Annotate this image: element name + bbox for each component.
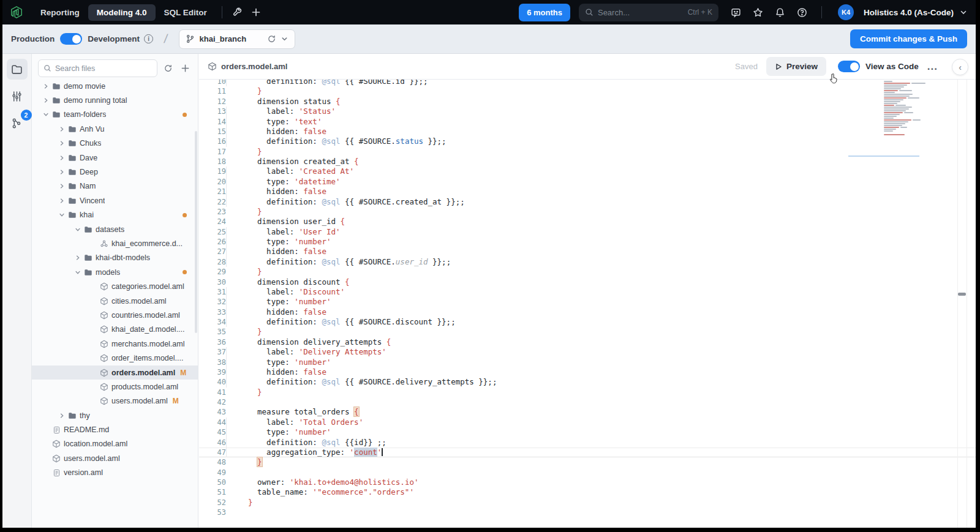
- settings-sliders-button[interactable]: [7, 86, 28, 107]
- tab-sql-editor[interactable]: SQL Editor: [156, 4, 216, 21]
- minimap[interactable]: [884, 81, 937, 137]
- code-line[interactable]: 16 definition: @sql {{ #SOURCE.status }}…: [199, 137, 976, 146]
- chevron-down-icon[interactable]: [74, 269, 82, 275]
- tree-item-order-items-model-[interactable]: order_items.model....: [32, 351, 198, 365]
- code-line[interactable]: 31 label: 'Discount': [199, 287, 976, 297]
- tree-item-chuks[interactable]: Chuks: [32, 137, 198, 151]
- code-line[interactable]: 22 definition: @sql {{ #SOURCE.created_a…: [199, 197, 976, 207]
- tree-scrollbar[interactable]: [195, 131, 197, 333]
- code-line[interactable]: 29 }: [199, 267, 976, 277]
- file-search-input[interactable]: Search files: [38, 59, 157, 77]
- chevron-right-icon[interactable]: [42, 97, 50, 103]
- tools-wrench-icon[interactable]: [228, 3, 247, 21]
- code-line[interactable]: 47 aggregation_type: 'count': [199, 448, 976, 457]
- code-line[interactable]: 40 definition: @sql {{ #SOURCE.delivery_…: [199, 377, 976, 387]
- tree-item-deep[interactable]: Deep: [32, 165, 198, 179]
- code-line[interactable]: 45 type: 'number': [199, 427, 976, 437]
- chevron-right-icon[interactable]: [58, 413, 66, 419]
- tree-item-users-model-aml[interactable]: users.model.amlM: [32, 394, 198, 408]
- tree-item-orders-model-aml[interactable]: orders.model.amlM: [32, 365, 198, 380]
- favorites-star-icon[interactable]: [749, 3, 767, 21]
- code-line[interactable]: 33 hidden: false: [199, 307, 976, 317]
- more-options-button[interactable]: ...: [925, 61, 940, 73]
- code-line[interactable]: 42: [199, 397, 976, 407]
- notifications-bell-icon[interactable]: [771, 3, 790, 21]
- tree-item-datasets[interactable]: datasets: [32, 222, 198, 236]
- tree-item-demo-running-total[interactable]: demo running total: [32, 93, 198, 107]
- tab-reporting[interactable]: Reporting: [32, 4, 88, 21]
- code-line[interactable]: 52}: [199, 498, 976, 508]
- tree-item-cities-model-aml[interactable]: cities.model.aml: [32, 294, 198, 308]
- feedback-icon[interactable]: [727, 3, 745, 21]
- code-line[interactable]: 13 label: 'Status': [199, 107, 976, 116]
- tree-item-merchants-model-aml[interactable]: merchants.model.aml: [32, 337, 198, 351]
- code-line[interactable]: 37 label: 'Delivery Attempts': [199, 347, 976, 357]
- chevron-right-icon[interactable]: [58, 155, 66, 161]
- tree-item-models[interactable]: models: [32, 265, 198, 279]
- workspace-chevron-down-icon[interactable]: [960, 9, 967, 16]
- code-line[interactable]: 38 type: 'number': [199, 358, 976, 367]
- tree-item-categories-model-aml[interactable]: categories.model.aml: [32, 279, 198, 293]
- chevron-right-icon[interactable]: [42, 83, 50, 89]
- tree-item-nam[interactable]: Nam: [32, 179, 198, 193]
- code-line[interactable]: 41 }: [199, 388, 976, 397]
- chevron-down-icon[interactable]: [74, 227, 82, 233]
- code-line[interactable]: 11 }: [199, 86, 976, 96]
- code-line[interactable]: 12 dimension status {: [199, 97, 976, 107]
- code-line[interactable]: 18 dimension created_at {: [199, 157, 976, 167]
- time-range-button[interactable]: 6 months: [519, 4, 570, 21]
- code-line[interactable]: 50 owner: 'khai.to+demo4@holistics.io': [199, 478, 976, 487]
- help-icon[interactable]: [793, 3, 812, 21]
- commit-push-button[interactable]: Commit changes & Push: [850, 29, 967, 48]
- code-line[interactable]: 10 definition: @sql {{ #SOURCE.id }};;: [199, 80, 976, 86]
- branch-refresh-icon[interactable]: [267, 34, 276, 43]
- code-line[interactable]: 19 label: 'Created At': [199, 167, 976, 176]
- tree-item-khai-ecommerce-d-[interactable]: khai_ecommerce.d...: [32, 236, 198, 250]
- tree-add-icon[interactable]: [178, 62, 192, 75]
- chevron-right-icon[interactable]: [58, 140, 66, 146]
- tree-item-products-model-aml[interactable]: products.model.aml: [32, 380, 198, 394]
- version-control-button[interactable]: 2: [7, 113, 28, 133]
- code-line[interactable]: 15 hidden: false: [199, 127, 976, 137]
- code-line[interactable]: 24 dimension user_id {: [199, 217, 976, 227]
- code-line[interactable]: 23 }: [199, 207, 976, 217]
- workspace-name[interactable]: Holistics 4.0 (As-Code): [864, 8, 954, 17]
- code-content[interactable]: 10 definition: @sql {{ #SOURCE.id }};;11…: [199, 80, 976, 518]
- editor-scrollbar-lane[interactable]: [957, 80, 967, 528]
- tree-item-version-aml[interactable]: version.aml: [32, 466, 198, 480]
- code-line[interactable]: 25 label: 'User Id': [199, 227, 976, 237]
- user-avatar[interactable]: K4: [838, 4, 854, 20]
- code-line[interactable]: 53: [199, 508, 976, 517]
- tree-item-users-model-aml[interactable]: users.model.aml: [32, 451, 198, 465]
- code-line[interactable]: 49: [199, 468, 976, 478]
- tab-modeling[interactable]: Modeling 4.0: [88, 4, 156, 21]
- preview-button[interactable]: Preview: [766, 57, 826, 76]
- code-line[interactable]: 46 definition: @sql {{id}} ;;: [199, 438, 976, 448]
- code-line[interactable]: 14 type: 'text': [199, 117, 976, 127]
- files-panel-button[interactable]: [7, 59, 28, 80]
- code-line[interactable]: 34 definition: @sql {{ #SOURCE.discount …: [199, 317, 976, 327]
- code-line[interactable]: 28 definition: @sql {{ #SOURCE.user_id }…: [199, 257, 976, 267]
- environment-toggle[interactable]: [60, 33, 82, 45]
- chevron-right-icon[interactable]: [58, 198, 66, 204]
- branch-chevron-down-icon[interactable]: [281, 36, 288, 42]
- chevron-down-icon[interactable]: [58, 212, 66, 218]
- tree-item-dave[interactable]: Dave: [32, 151, 198, 165]
- code-line[interactable]: 30 dimension discount {: [199, 277, 976, 287]
- add-new-icon[interactable]: [247, 3, 265, 21]
- chevron-right-icon[interactable]: [74, 255, 82, 261]
- code-line[interactable]: 44 label: 'Total Orders': [199, 418, 976, 427]
- global-search-input[interactable]: Search... Ctrl + K: [579, 4, 718, 21]
- tree-item-khai[interactable]: khai: [32, 208, 198, 222]
- editor-scrollbar-thumb[interactable]: [958, 293, 966, 296]
- branch-selector[interactable]: khai_branch: [179, 29, 295, 49]
- holistics-logo[interactable]: [9, 4, 24, 20]
- tree-item-demo-movie[interactable]: demo movie: [32, 79, 198, 93]
- chevron-right-icon[interactable]: [58, 183, 66, 189]
- code-line[interactable]: 26 type: 'number': [199, 237, 976, 247]
- tree-item-vincent[interactable]: Vincent: [32, 193, 198, 208]
- code-line[interactable]: 39 hidden: false: [199, 367, 976, 377]
- view-as-code-toggle[interactable]: [838, 61, 860, 72]
- code-line[interactable]: 27 hidden: false: [199, 247, 976, 257]
- code-line[interactable]: 32 type: 'number': [199, 297, 976, 307]
